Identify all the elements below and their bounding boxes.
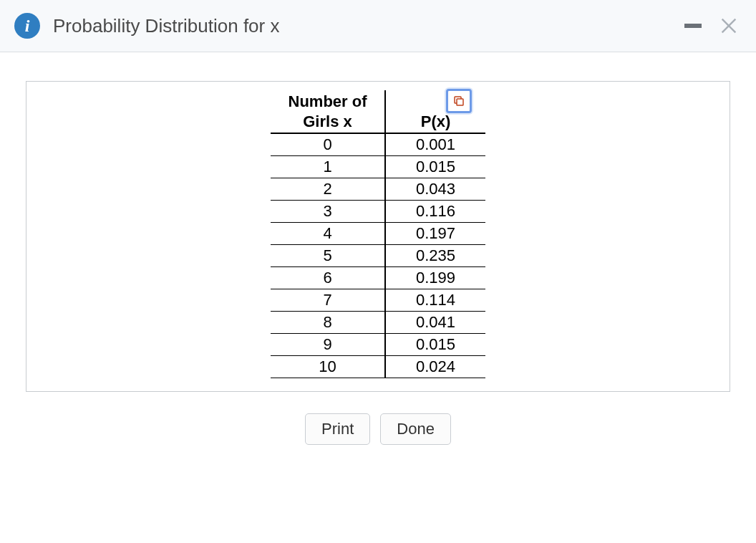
cell-x: 2 xyxy=(271,178,385,201)
done-button[interactable]: Done xyxy=(380,413,451,445)
button-row: Print Done xyxy=(26,413,730,445)
cell-x: 8 xyxy=(271,312,385,334)
table-row: 10.015 xyxy=(271,156,485,178)
table-row: 70.114 xyxy=(271,289,485,312)
table-row: 50.235 xyxy=(271,245,485,267)
table-row: 40.197 xyxy=(271,223,485,245)
dialog-header: i Probability Distribution for x xyxy=(0,0,756,52)
close-icon[interactable] xyxy=(719,16,739,36)
cell-x: 0 xyxy=(271,133,385,156)
table-row: 100.024 xyxy=(271,356,485,378)
table-row: 90.015 xyxy=(271,334,485,356)
cell-x: 6 xyxy=(271,267,385,289)
table-row: 30.116 xyxy=(271,201,485,223)
content-box: Number of Girls x P(x) 00.00110.01520.04… xyxy=(26,81,730,392)
cell-p: 0.041 xyxy=(385,312,485,334)
info-icon: i xyxy=(14,13,40,39)
cell-p: 0.235 xyxy=(385,245,485,267)
cell-p: 0.001 xyxy=(385,133,485,156)
minimize-icon[interactable] xyxy=(684,24,702,28)
cell-x: 10 xyxy=(271,356,385,378)
copy-button[interactable] xyxy=(446,89,472,113)
cell-x: 9 xyxy=(271,334,385,356)
cell-x: 4 xyxy=(271,223,385,245)
cell-p: 0.199 xyxy=(385,267,485,289)
cell-x: 1 xyxy=(271,156,385,178)
content-area: Number of Girls x P(x) 00.00110.01520.04… xyxy=(0,52,756,459)
cell-p: 0.024 xyxy=(385,356,485,378)
cell-p: 0.114 xyxy=(385,289,485,312)
cell-p: 0.015 xyxy=(385,156,485,178)
cell-p: 0.043 xyxy=(385,178,485,201)
print-button[interactable]: Print xyxy=(305,413,370,445)
table-row: 80.041 xyxy=(271,312,485,334)
header-controls xyxy=(684,16,739,36)
cell-p: 0.197 xyxy=(385,223,485,245)
table-row: 60.199 xyxy=(271,267,485,289)
table-header-x: Number of Girls x xyxy=(271,90,385,133)
table-row: 00.001 xyxy=(271,133,485,156)
distribution-table: Number of Girls x P(x) 00.00110.01520.04… xyxy=(271,90,485,378)
cell-p: 0.116 xyxy=(385,201,485,223)
svg-rect-2 xyxy=(457,99,463,105)
cell-p: 0.015 xyxy=(385,334,485,356)
table-row: 20.043 xyxy=(271,178,485,201)
dialog-title: Probability Distribution for x xyxy=(53,15,279,37)
cell-x: 3 xyxy=(271,201,385,223)
cell-x: 5 xyxy=(271,245,385,267)
header-left: i Probability Distribution for x xyxy=(14,13,279,39)
cell-x: 7 xyxy=(271,289,385,312)
copy-icon xyxy=(452,95,465,107)
